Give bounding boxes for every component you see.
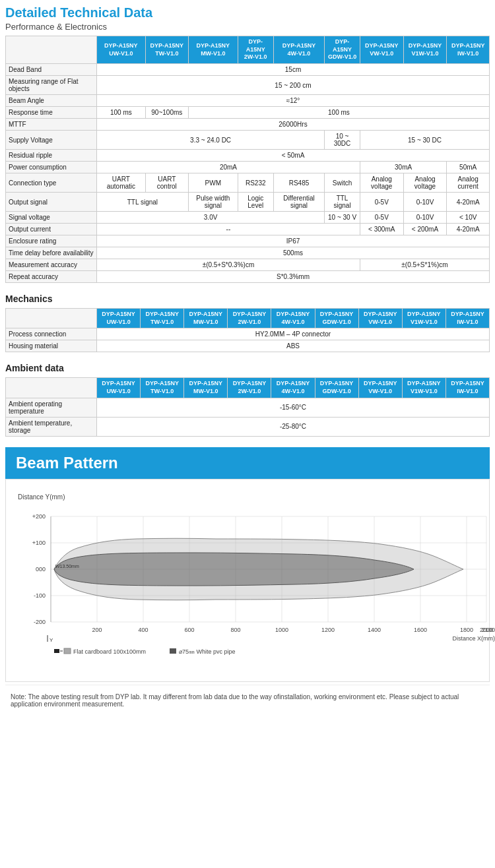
label-time-delay: Time delay before availability — [6, 247, 97, 259]
row-housing-material: Housing material ABS — [6, 340, 490, 352]
amb-header-iw: DYP-A15NYIW-V1.0 — [446, 378, 489, 398]
value-supply-low: 3.3 ~ 24.0 DC — [97, 131, 325, 150]
header-vw: DYP-A15NYVW-V1.0 — [360, 36, 403, 64]
value-outc-v1w: < 200mA — [403, 224, 447, 235]
label-ambient-operating: Ambient operating temperature — [6, 398, 97, 417]
value-sigv-iw: < 10V — [447, 212, 490, 224]
value-conn-4w: RS485 — [273, 173, 324, 193]
value-ambient-storage: -25-80°C — [97, 417, 490, 436]
value-outc-iw: 4-20mA — [447, 224, 490, 235]
xtick-2100: 2100 — [482, 627, 495, 633]
label-repeat-accuracy: Repeat accuracy — [6, 271, 97, 283]
value-process-connection: HY2.0MM – 4P connector — [97, 328, 490, 340]
legend-icon-1 — [54, 649, 59, 653]
legend-rect-2 — [170, 648, 176, 654]
value-sig-iw: 4-20mA — [447, 193, 490, 212]
beam-pattern-header: Beam Pattern — [5, 447, 490, 479]
row-connection-type: Connection type UART automatic UART cont… — [6, 173, 490, 193]
beam-width-label: W13.50mm — [55, 564, 79, 569]
value-sig-gdw: TTL signal — [325, 193, 360, 212]
value-meas-acc-1: ±(0.5+S*0.3%)cm — [97, 259, 360, 271]
legend-rect-1 — [64, 648, 71, 654]
xtick-1200: 1200 — [321, 627, 335, 633]
value-power-3: 50mA — [447, 162, 490, 173]
mechanics-title: Mechanics — [5, 294, 490, 304]
mech-header-gdw: DYP-A15NYGDW-V1.0 — [315, 309, 358, 328]
header-mw: DYP-A15NYMW-V1.0 — [188, 36, 238, 64]
header-tw: DYP-A15NYTW-V1.0 — [145, 36, 188, 64]
x-axis-label: Distance X(mm) — [452, 635, 495, 642]
performance-table: DYP-A15NYUW-V1.0 DYP-A15NYTW-V1.0 DYP-A1… — [5, 36, 490, 283]
mechanics-table: DYP-A15NYUW-V1.0 DYP-A15NYTW-V1.0 DYP-A1… — [5, 308, 490, 352]
value-sig-4w: Differential signal — [273, 193, 324, 212]
value-power-2: 30mA — [360, 162, 446, 173]
header-iw: DYP-A15NYIW-V1.0 — [447, 36, 490, 64]
value-sig-mw: Pulse width signal — [188, 193, 238, 212]
value-conn-v1w: Analog voltage — [403, 173, 447, 193]
value-conn-mw: PWM — [188, 173, 238, 193]
row-mttf: MTTF 26000Hrs — [6, 119, 490, 131]
mech-header-tw: DYP-A15NYTW-V1.0 — [141, 309, 184, 328]
value-supply-high: 15 ~ 30 DC — [360, 131, 489, 150]
value-conn-tw: UART control — [145, 173, 188, 193]
beam-chart-svg: Distance Y(mm) +200 — [11, 490, 495, 675]
label-housing-material: Housing material — [6, 340, 97, 352]
value-conn-2w: RS232 — [238, 173, 273, 193]
mech-header-2w: DYP-A15NY2W-V1.0 — [228, 309, 271, 328]
ytick-0: 000 — [36, 566, 46, 573]
row-dead-band: Dead Band 15cm — [6, 64, 490, 76]
row-ambient-storage: Ambient temperature, storage -25-80°C — [6, 417, 490, 436]
label-supply-voltage: Supply Voltage — [6, 131, 97, 150]
amb-header-2w: DYP-A15NY2W-V1.0 — [228, 378, 271, 398]
row-enclosure-rating: Enclosure rating IP67 — [6, 235, 490, 247]
xtick-800: 800 — [230, 627, 240, 633]
value-outc-low: -- — [97, 224, 360, 235]
xtick-1400: 1400 — [368, 627, 381, 633]
value-conn-uw: UART automatic — [97, 173, 146, 193]
amb-header-4w: DYP-A15NY4W-V1.0 — [271, 378, 315, 398]
y-axis-label: Distance Y(mm) — [18, 493, 65, 501]
row-ambient-operating: Ambient operating temperature -15-60°C — [6, 398, 490, 417]
value-measuring-range: 15 ~ 200 cm — [97, 76, 490, 95]
header-gdw: DYP-A15NYGDW-V1.0 — [325, 36, 360, 64]
value-conn-iw: Analog current — [447, 173, 490, 193]
value-repeat-accuracy: S*0.3%mm — [97, 271, 490, 283]
value-sig-vw: 0-5V — [360, 193, 403, 212]
amb-header-mw: DYP-A15NYMW-V1.0 — [184, 378, 228, 398]
header-4w: DYP-A15NY4W-V1.0 — [273, 36, 324, 64]
value-meas-acc-2: ±(0.5+S*1%)cm — [360, 259, 489, 271]
legend-text-2: ⌀75㎜ White pvc pipe — [179, 648, 236, 655]
row-signal-voltage: Signal voltage 3.0V 10 ~ 30 V 0-5V 0-10V… — [6, 212, 490, 224]
row-measuring-range: Measuring range of Flat objects 15 ~ 200… — [6, 76, 490, 95]
section-subtitle: Performance & Electronics — [5, 22, 490, 32]
beam-chart-area: Distance Y(mm) +200 — [5, 479, 490, 682]
row-process-connection: Process connection HY2.0MM – 4P connecto… — [6, 328, 490, 340]
ambient-title: Ambient data — [5, 363, 490, 373]
amb-header-uw: DYP-A15NYUW-V1.0 — [97, 378, 141, 398]
value-sig-2w: Logic Level — [238, 193, 273, 212]
value-sig-uw: TTL signal — [97, 193, 189, 212]
label-measurement-accuracy: Measurement accuracy — [6, 259, 97, 271]
value-response-tw: 90~100ms — [145, 107, 188, 119]
row-supply-voltage: Supply Voltage 3.3 ~ 24.0 DC 10 ~ 30DC 1… — [6, 131, 490, 150]
note-area: Note: The above testing result from DYP … — [5, 685, 490, 716]
value-ambient-operating: -15-60°C — [97, 398, 490, 417]
ytick-n100: -100 — [34, 592, 46, 599]
value-dead-band: 15cm — [97, 64, 490, 76]
row-output-signal: Output signal TTL signal Pulse width sig… — [6, 193, 490, 212]
label-mttf: MTTF — [6, 119, 97, 131]
mech-header-mw: DYP-A15NYMW-V1.0 — [184, 309, 228, 328]
xtick-600: 600 — [184, 627, 194, 633]
ambient-empty-header — [6, 378, 97, 398]
label-signal-voltage: Signal voltage — [6, 212, 97, 224]
label-beam-angle: Beam Angle — [6, 95, 97, 107]
value-housing-material: ABS — [97, 340, 490, 352]
value-enclosure-rating: IP67 — [97, 235, 490, 247]
value-sigv-v1w: 0-10V — [403, 212, 447, 224]
header-2w: DYP-A15NY2W-V1.0 — [238, 36, 273, 64]
note-text: Note: The above testing result from DYP … — [11, 693, 484, 708]
label-enclosure-rating: Enclosure rating — [6, 235, 97, 247]
amb-header-vw: DYP-A15NYVW-V1.0 — [358, 378, 402, 398]
main-title: Detailed Technical Data — [5, 5, 490, 20]
mech-header-iw: DYP-A15NYIW-V1.0 — [446, 309, 489, 328]
